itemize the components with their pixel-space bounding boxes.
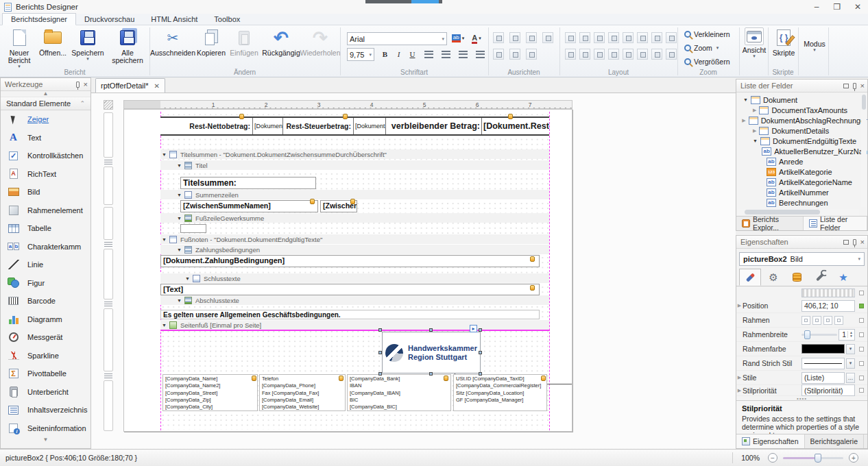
send-back-icon[interactable] bbox=[666, 49, 677, 60]
property-marker[interactable] bbox=[859, 291, 864, 295]
tab-liste-der-felder[interactable]: Liste der Felder bbox=[804, 217, 867, 230]
scroll-up-icon[interactable]: ▲ bbox=[1, 91, 91, 97]
band-grip-icon[interactable] bbox=[104, 242, 112, 247]
toolbox-section-header[interactable]: Standard Elemente⌃ bbox=[1, 97, 91, 110]
property-marker[interactable] bbox=[859, 388, 864, 393]
resize-handle[interactable] bbox=[429, 328, 433, 332]
same-height-icon[interactable] bbox=[594, 32, 605, 43]
band-seitenfuss[interactable]: ▼ Seitenfuß [Einmal pro Seite] bbox=[160, 320, 549, 330]
align-justify-icon[interactable] bbox=[474, 48, 487, 60]
band-abschlusstexte[interactable]: ▼ Abschlusstexte bbox=[160, 295, 549, 305]
ellipsis-button[interactable]: ... bbox=[846, 373, 855, 383]
zoom-slider-thumb[interactable] bbox=[815, 454, 821, 463]
save-all-button[interactable]: Alle speichern bbox=[106, 27, 149, 64]
expand-icon[interactable]: ▼ bbox=[753, 138, 758, 143]
save-button[interactable]: Speichern▾ bbox=[71, 27, 105, 61]
property-marker[interactable] bbox=[859, 332, 864, 337]
binding-tag-icon[interactable] bbox=[530, 256, 535, 262]
resize-handle[interactable] bbox=[479, 372, 482, 376]
style-priority-value[interactable]: (Stilpriorität) bbox=[801, 384, 855, 396]
dash-style-preview[interactable] bbox=[801, 358, 845, 369]
italic-button[interactable]: I bbox=[392, 48, 405, 60]
company-column-2[interactable]: Telefon [CompanyData_Phone] Fax [Company… bbox=[259, 374, 346, 411]
maximize-button[interactable]: ❒ bbox=[827, 1, 847, 13]
center-vertical-icon[interactable] bbox=[526, 49, 537, 60]
chevron-down-icon[interactable]: ▾ bbox=[846, 344, 855, 354]
toolbox-item-rahmenelement[interactable]: Rahmenelement bbox=[1, 201, 91, 220]
font-family-combo[interactable]: Arial▾ bbox=[347, 32, 447, 45]
font-size-combo[interactable]: 9,75▾ bbox=[347, 48, 374, 61]
table-cell-field[interactable]: [Dokument bbox=[354, 118, 386, 134]
space-equal-h-icon[interactable] bbox=[623, 32, 634, 43]
textbox-empty[interactable] bbox=[180, 224, 206, 233]
collapse-arrow-icon[interactable]: ▼ bbox=[177, 163, 182, 168]
behavior-tab[interactable]: ⚙ bbox=[762, 269, 784, 286]
property-row-randstrich[interactable]: Rand Strich Stil ▾ bbox=[736, 356, 867, 371]
tree-field-berechnungen[interactable]: Berechnungen bbox=[739, 197, 867, 208]
align-edges-icon[interactable] bbox=[493, 49, 504, 60]
same-size-icon[interactable] bbox=[608, 32, 619, 43]
size-to-grid-icon[interactable] bbox=[565, 32, 576, 43]
tree-field-artikelkategorie[interactable]: ArtikelKategorie bbox=[739, 167, 867, 177]
expand-icon[interactable]: ▶ bbox=[736, 375, 743, 380]
toolbox-item-seiteninformation[interactable]: Seiteninformation bbox=[1, 419, 91, 438]
vertical-ruler-segment[interactable] bbox=[104, 380, 113, 431]
border-all-icon[interactable] bbox=[834, 316, 843, 325]
toolbox-item-messgeraet[interactable]: Messgerät bbox=[1, 328, 91, 347]
minimize-button[interactable]: – bbox=[806, 1, 827, 13]
binding-tag-icon[interactable] bbox=[310, 199, 315, 204]
report-page[interactable]: Rest-Nettobetrag: [Dokument Rest-Steuerb… bbox=[123, 109, 572, 432]
band-grip-icon[interactable] bbox=[104, 373, 112, 378]
expand-icon[interactable]: ▶ bbox=[742, 118, 745, 123]
band-summenzeilen[interactable]: ▼ Summenzeilen bbox=[160, 190, 549, 199]
same-width-icon[interactable] bbox=[579, 32, 590, 43]
textbox-agb[interactable]: Es gelten unsere Allgemeinen Geschäftsbe… bbox=[160, 310, 540, 319]
toolbox-item-inhaltsverzeichnis[interactable]: Inhaltsverzeichnis bbox=[1, 401, 91, 419]
table-cell-label[interactable]: Rest-Nettobetrag: bbox=[160, 118, 253, 134]
vertical-ruler-segment[interactable] bbox=[104, 207, 113, 240]
pin-icon[interactable] bbox=[76, 82, 80, 88]
align-bottom-icon[interactable] bbox=[509, 32, 520, 43]
increase-v-spacing-icon[interactable] bbox=[579, 49, 590, 60]
scripts-button[interactable]: Skripte bbox=[771, 27, 797, 57]
horizontal-scrollbar[interactable] bbox=[738, 209, 859, 215]
vertical-ruler-segment[interactable] bbox=[104, 308, 113, 371]
band-titelsummen[interactable]: ▼ Titelsummen - "Dokument.DokumentZwisch… bbox=[160, 149, 549, 159]
copy-button[interactable]: Kopieren bbox=[195, 27, 228, 57]
mode-button[interactable]: Modus▾ bbox=[801, 40, 828, 52]
property-marker[interactable] bbox=[859, 318, 864, 323]
textbox-zwischensumme-name[interactable]: [ZwischenSummeNamen] bbox=[180, 200, 318, 212]
band-titel[interactable]: ▼ Titel bbox=[160, 160, 549, 170]
tree-field-artikelnummer[interactable]: ArtikelNummer bbox=[739, 187, 867, 197]
border-width-slider[interactable]: 1▲▼ bbox=[801, 329, 855, 341]
tree-node-dokumentendgueltigtexte[interactable]: ▼DokumentEndgültigTexte bbox=[739, 136, 867, 146]
collapse-arrow-icon[interactable]: ▼ bbox=[162, 152, 167, 157]
align-right-icon[interactable] bbox=[457, 48, 470, 60]
document-tab[interactable]: rptOfferDetail* ✕ bbox=[95, 78, 165, 93]
zoom-slider[interactable] bbox=[783, 457, 843, 459]
picture-box-logo[interactable]: HandwerkskammerRegion Stuttgart bbox=[382, 332, 481, 373]
maximize-icon[interactable] bbox=[843, 240, 849, 245]
undo-button[interactable]: ↶ Rückgängig bbox=[262, 27, 300, 57]
table-cell-field[interactable]: [Dokument.RestB bbox=[482, 118, 549, 134]
resize-handle[interactable] bbox=[378, 372, 382, 376]
property-marker[interactable] bbox=[859, 347, 864, 352]
align-top-icon[interactable] bbox=[542, 32, 553, 43]
align-left-icon[interactable] bbox=[422, 48, 435, 60]
tab-toolbox[interactable]: Toolbox bbox=[206, 14, 248, 25]
toolbox-item-barcode[interactable]: Barcode bbox=[1, 292, 91, 310]
toolbox-item-pivottabelle[interactable]: Pivottabelle bbox=[1, 365, 91, 383]
binding-tag-icon[interactable] bbox=[508, 114, 513, 119]
toolbox-item-charakterkamm[interactable]: abCharakterkamm bbox=[1, 238, 91, 256]
expand-icon[interactable]: ▼ bbox=[743, 97, 748, 102]
position-value[interactable]: 406,12; 10 bbox=[801, 300, 855, 312]
toolbox-item-tabelle[interactable]: Tabelle bbox=[1, 219, 91, 238]
close-tab-icon[interactable]: ✕ bbox=[154, 82, 160, 90]
vertical-scrollbar[interactable] bbox=[861, 93, 867, 207]
tree-field-anrede[interactable]: Anrede bbox=[739, 156, 867, 167]
toolbox-item-unterbericht[interactable]: Unterbericht bbox=[1, 383, 91, 402]
collapse-arrow-icon[interactable]: ▼ bbox=[162, 237, 167, 242]
tab-html-ansicht[interactable]: HTML Ansicht bbox=[143, 14, 206, 25]
zoom-button[interactable]: Zoom▾ bbox=[684, 44, 719, 52]
scroll-down-icon[interactable]: ▼ bbox=[1, 437, 91, 443]
